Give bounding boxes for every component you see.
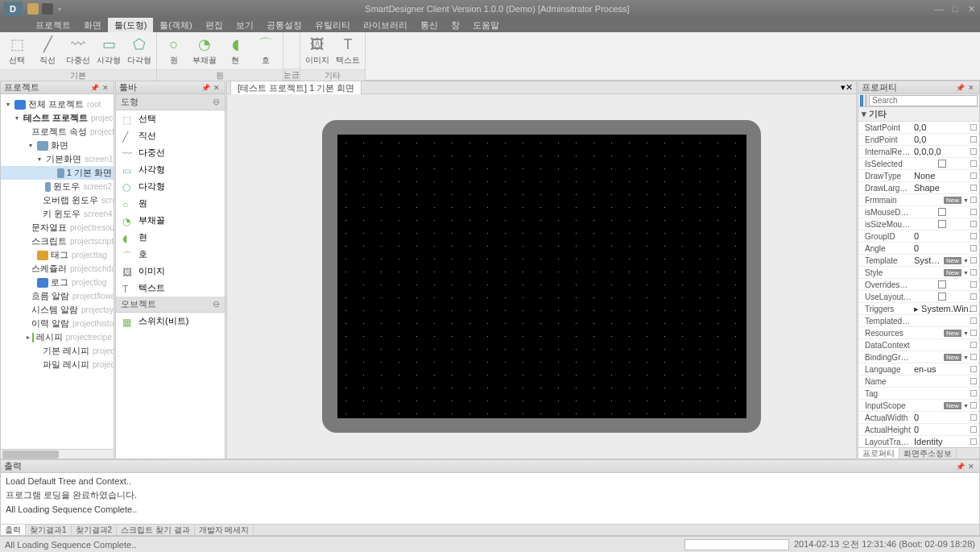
tree-node[interactable]: 문자열표projectresour bbox=[1, 221, 114, 234]
property-marker[interactable] bbox=[970, 318, 977, 324]
ribbon-button[interactable]: ▭사각형 bbox=[97, 35, 121, 66]
new-button[interactable]: New bbox=[944, 402, 961, 409]
collapse-icon[interactable]: ⊖ bbox=[213, 299, 220, 309]
menu-item[interactable]: 공통설정 bbox=[260, 18, 308, 33]
property-value[interactable]: 0,0 bbox=[912, 122, 970, 132]
maximize-button[interactable]: □ bbox=[949, 3, 961, 15]
property-marker[interactable] bbox=[970, 438, 977, 445]
property-row[interactable]: StyleNew▼ bbox=[858, 267, 979, 279]
property-marker[interactable] bbox=[970, 378, 977, 384]
property-row[interactable]: DataContext bbox=[858, 339, 979, 351]
ribbon-button[interactable]: ◔부채꼴 bbox=[192, 35, 217, 66]
property-row[interactable]: Triggers▸ System.Win… bbox=[858, 303, 979, 315]
property-row[interactable]: Languageen-us bbox=[858, 363, 979, 376]
property-marker[interactable] bbox=[970, 293, 977, 300]
property-row[interactable]: Tag bbox=[858, 388, 979, 400]
ribbon-button[interactable]: ╱직선 bbox=[35, 35, 60, 66]
output-tab[interactable]: 스크립트 찾기 결과 bbox=[117, 525, 195, 535]
property-value[interactable]: New▼ bbox=[912, 269, 970, 276]
property-value[interactable] bbox=[912, 280, 970, 288]
property-value[interactable]: Syst…New▼ bbox=[912, 255, 970, 265]
new-button[interactable]: New bbox=[944, 197, 961, 204]
menu-item[interactable]: 유틸리티 bbox=[308, 18, 357, 33]
tree-node[interactable]: 태그projecttag bbox=[1, 248, 114, 262]
tree-node[interactable]: 오버랩 윈도우screen3 bbox=[1, 193, 114, 207]
prop-view-categorized[interactable] bbox=[860, 95, 863, 106]
property-row[interactable]: Name bbox=[858, 376, 979, 388]
property-row[interactable]: ActualHeight0 bbox=[858, 424, 979, 436]
property-row[interactable]: StartPoint0,0 bbox=[858, 122, 979, 134]
output-tab[interactable]: 찾기결과1 bbox=[26, 525, 72, 535]
pin-icon[interactable]: 📌 bbox=[955, 83, 965, 93]
menu-item[interactable]: 프로젝트 bbox=[29, 18, 77, 33]
property-marker[interactable] bbox=[970, 354, 977, 360]
property-value[interactable]: New▼ bbox=[912, 402, 970, 409]
menu-item[interactable]: 도움말 bbox=[466, 18, 506, 33]
tree-node[interactable]: 1 기본 화면 bbox=[1, 166, 114, 180]
menu-item[interactable]: 통신 bbox=[414, 18, 445, 33]
property-marker[interactable] bbox=[970, 233, 977, 239]
property-value[interactable]: New▼ bbox=[912, 197, 970, 204]
tool-item[interactable]: T텍스트 bbox=[116, 280, 225, 297]
tree-node[interactable]: 스케쥴러projectschdule bbox=[1, 262, 114, 276]
menu-item[interactable]: 편집 bbox=[199, 18, 229, 33]
property-row[interactable]: InternalRend…0,0,0,0 bbox=[858, 146, 979, 158]
panel-close-icon[interactable]: ✕ bbox=[212, 83, 221, 93]
property-row[interactable]: OverridesDef… bbox=[858, 279, 979, 291]
checkbox-icon[interactable] bbox=[938, 160, 946, 168]
menu-item[interactable]: 보기 bbox=[229, 18, 260, 33]
tool-item[interactable]: ◔부채꼴 bbox=[116, 212, 225, 229]
tree-node[interactable]: 윈도우screen2 bbox=[1, 180, 114, 193]
tree-node[interactable]: ▾기본화면screen1 bbox=[1, 152, 114, 166]
property-marker[interactable] bbox=[970, 136, 977, 143]
property-group[interactable]: ▾ 기타 bbox=[858, 107, 979, 122]
expand-icon[interactable]: ▾ bbox=[27, 142, 35, 149]
expand-icon[interactable]: ▾ bbox=[38, 156, 41, 163]
output-tab[interactable]: 찾기결과2 bbox=[72, 525, 118, 535]
property-marker[interactable] bbox=[970, 148, 977, 155]
ribbon-button[interactable]: 🖼이미지 bbox=[305, 35, 329, 66]
property-marker[interactable] bbox=[970, 342, 977, 348]
output-tab[interactable]: 출력 bbox=[1, 525, 26, 535]
checkbox-icon[interactable] bbox=[938, 208, 946, 216]
close-button[interactable]: ✕ bbox=[966, 3, 977, 15]
tool-item[interactable]: ╱직선 bbox=[116, 127, 225, 144]
property-row[interactable]: TemplateSyst…New▼ bbox=[858, 255, 979, 267]
prop-view-alpha[interactable] bbox=[865, 95, 868, 106]
property-marker[interactable] bbox=[970, 390, 977, 396]
property-row[interactable]: Angle0 bbox=[858, 243, 979, 255]
pin-icon[interactable]: 📌 bbox=[201, 83, 210, 93]
panel-close-icon[interactable]: ✕ bbox=[101, 83, 110, 93]
menu-item[interactable]: 툴(객체) bbox=[153, 18, 198, 33]
new-button[interactable]: New bbox=[944, 269, 961, 276]
menu-item[interactable]: 툴(도형) bbox=[108, 18, 153, 33]
tree-node[interactable]: 기본 레시피projectre bbox=[1, 344, 114, 358]
tree-node[interactable]: 흐름 알람projectflowal bbox=[1, 289, 114, 303]
tree-node[interactable]: 로그projectlog bbox=[1, 276, 114, 289]
property-grid[interactable]: ▾ 기타StartPoint0,0EndPoint0,0InternalRend… bbox=[858, 107, 979, 447]
tool-section-header[interactable]: 오브젝트⊖ bbox=[116, 297, 225, 313]
checkbox-icon[interactable] bbox=[938, 220, 946, 228]
property-row[interactable]: IsSelected bbox=[858, 158, 979, 170]
property-marker[interactable] bbox=[970, 281, 977, 288]
property-row[interactable]: EndPoint0,0 bbox=[858, 134, 979, 146]
property-marker[interactable] bbox=[970, 402, 977, 409]
property-value[interactable] bbox=[912, 220, 970, 228]
property-marker[interactable] bbox=[970, 366, 977, 372]
property-row[interactable]: GroupID0 bbox=[858, 230, 979, 243]
output-tab[interactable]: 개발자 메세지 bbox=[195, 525, 254, 535]
minimize-button[interactable]: — bbox=[933, 3, 945, 15]
dropdown-icon[interactable]: ▼ bbox=[963, 330, 969, 336]
property-value[interactable]: ▸ System.Win… bbox=[912, 304, 970, 314]
menu-item[interactable]: 화면 bbox=[77, 18, 108, 33]
dropdown-icon[interactable]: ▼ bbox=[963, 270, 969, 276]
ribbon-button[interactable]: ⌒호 bbox=[254, 35, 278, 66]
property-value[interactable]: 0 bbox=[912, 425, 970, 434]
tool-item[interactable]: ○원 bbox=[116, 195, 225, 212]
property-value[interactable]: 0 bbox=[912, 243, 970, 253]
property-marker[interactable] bbox=[970, 124, 977, 131]
property-value[interactable] bbox=[912, 208, 970, 216]
horizontal-scrollbar[interactable] bbox=[1, 449, 114, 459]
dropdown-icon[interactable]: ▼ bbox=[963, 258, 969, 264]
tree-node[interactable]: ▾테스트 프로젝트project bbox=[1, 111, 114, 125]
